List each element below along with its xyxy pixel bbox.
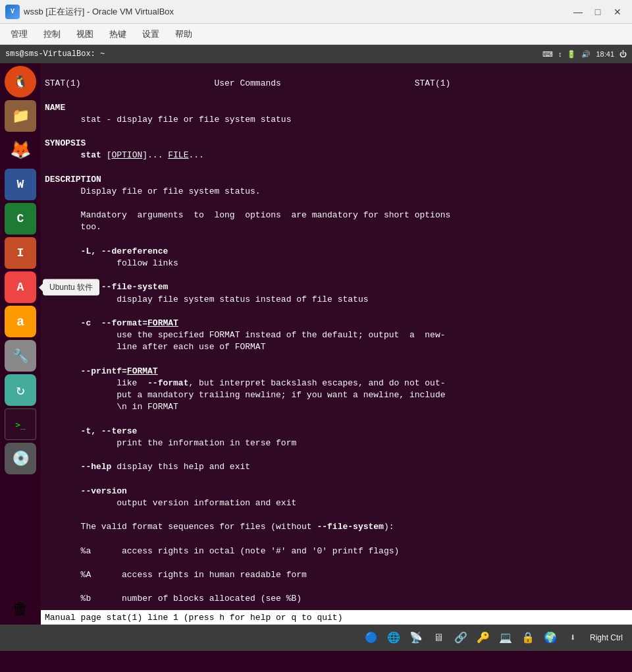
term-line-27: \n in FORMAT: [45, 402, 178, 412]
term-line-41: %A access rights in human readable form: [45, 570, 307, 580]
term-line-12: too.: [45, 222, 101, 232]
sidebar: 🐧 📁 🦊 W C I A Ubuntu 软件 a: [0, 63, 41, 625]
term-statusbar: Manual page stat(1) line 1 (press h for …: [41, 610, 632, 625]
menu-help[interactable]: 帮助: [167, 26, 200, 43]
close-button[interactable]: ✕: [608, 3, 627, 21]
term-topbar: sms@sms-VirtualBox: ~ ⌨ ↕ 🔋 🔊 18:41 ⏻: [0, 45, 632, 63]
sidebar-item-update[interactable]: ↻: [5, 374, 36, 406]
term-line-30: print the information in terse form: [45, 438, 296, 448]
main-area: 🐧 📁 🦊 W C I A Ubuntu 软件 a: [0, 63, 632, 625]
menu-control[interactable]: 控制: [36, 26, 68, 43]
term-line-24: --printf=FORMAT: [45, 366, 158, 376]
right-ctrl-label: Right Ctrl: [586, 632, 627, 644]
files-icon: 📁: [12, 107, 30, 125]
menu-view[interactable]: 视图: [68, 26, 101, 43]
term-line-26: put a mandatory trailing newline; if you…: [45, 390, 446, 400]
amazon-icon: a: [16, 314, 24, 329]
term-line-29: -t, --terse: [45, 426, 137, 436]
term-line-14: -L, --dereference: [45, 246, 168, 256]
menubar: 管理 控制 视图 热键 设置 帮助: [0, 24, 632, 45]
term-line-2: NAME: [45, 103, 65, 113]
sidebar-item-trash[interactable]: 🗑: [5, 593, 36, 625]
vbox-icon: V: [5, 5, 20, 19]
sidebar-item-tools[interactable]: 🔧: [5, 340, 36, 372]
term-line-9: Display file or file system status.: [45, 186, 261, 196]
tools-icon: 🔧: [13, 348, 29, 364]
battery-icon: 🔋: [567, 50, 576, 59]
sidebar-item-impress[interactable]: I: [5, 237, 36, 269]
term-line-25: like --format, but interpret backslash e…: [45, 378, 446, 388]
taskbar-icon-8[interactable]: 🌍: [541, 629, 560, 647]
menu-hotkey[interactable]: 热键: [101, 26, 134, 43]
ubuntu-sw-icon: A: [17, 281, 24, 294]
sidebar-item-firefox[interactable]: 🦊: [5, 134, 36, 166]
update-icon: ↻: [16, 381, 24, 399]
sidebar-item-terminal[interactable]: >_: [5, 408, 36, 440]
taskbar-icon-1[interactable]: 🌐: [384, 629, 403, 647]
taskbar-icon-3[interactable]: 🖥: [429, 629, 448, 647]
taskbar-icon-2[interactable]: 📡: [407, 629, 425, 647]
term-line-34: --version: [45, 486, 127, 496]
menu-settings[interactable]: 设置: [134, 26, 167, 43]
calc-icon: C: [17, 212, 24, 225]
maximize-button[interactable]: □: [589, 3, 607, 21]
firefox-icon: 🦊: [10, 140, 31, 161]
ubuntu-icon: 🐧: [13, 74, 28, 89]
term-line-15: follow links: [45, 258, 178, 268]
term-topbar-right: ⌨ ↕ 🔋 🔊 18:41 ⏻: [542, 50, 627, 59]
taskbar-icon-5[interactable]: 🔑: [474, 629, 492, 647]
sidebar-item-writer[interactable]: W: [5, 169, 36, 200]
term-line-20: -c --format=FORMAT: [45, 318, 178, 328]
sidebar-item-calc[interactable]: C: [5, 203, 36, 235]
term-line-22: line after each use of FORMAT: [45, 342, 265, 352]
term-line-8: DESCRIPTION: [45, 175, 101, 184]
minimize-button[interactable]: —: [569, 3, 587, 21]
menu-manage[interactable]: 管理: [3, 26, 36, 43]
term-line-0: STAT(1) User Commands STAT(1): [45, 78, 450, 88]
term-line-11: Mandatory arguments to long options are …: [45, 210, 450, 220]
term-line-18: display file system status instead of fi…: [45, 294, 368, 304]
term-line-3: stat - display file or file system statu…: [45, 115, 291, 125]
sidebar-item-ubuntu-sw[interactable]: A Ubuntu 软件: [5, 271, 36, 303]
taskbar-icon-7[interactable]: 🔒: [519, 629, 537, 647]
term-path: sms@sms-VirtualBox: ~: [5, 49, 105, 59]
taskbar-icon-6[interactable]: 💻: [496, 629, 515, 647]
terminal-wrapper: STAT(1) User Commands STAT(1) NAME stat …: [41, 63, 632, 625]
taskbar-icon-4[interactable]: 🔗: [452, 629, 470, 647]
sidebar-tooltip: Ubuntu 软件: [43, 279, 99, 296]
title-text: wssb [正在运行] - Oracle VM VirtualBox: [24, 6, 569, 18]
keyboard-icon: ⌨: [542, 50, 553, 59]
power-icon: ⏻: [619, 50, 627, 58]
writer-icon: W: [17, 178, 24, 191]
terminal-content[interactable]: STAT(1) User Commands STAT(1) NAME stat …: [41, 63, 632, 610]
term-line-6: stat [OPTION]... FILE...: [45, 150, 204, 160]
term-line-39: %a access rights in octal (note '#' and …: [45, 546, 399, 556]
sidebar-item-amazon[interactable]: a: [5, 306, 36, 337]
term-line-37: The valid format sequences for files (wi…: [45, 522, 394, 532]
time-display: 18:41: [596, 50, 614, 58]
statusbar-text: Manual page stat(1) line 1 (press h for …: [45, 613, 342, 623]
window-controls: — □ ✕: [569, 3, 627, 21]
term-line-43: %b number of blocks allocated (see %B): [45, 594, 302, 603]
network-icon: ↕: [558, 50, 562, 58]
disk-icon: 💿: [12, 450, 30, 468]
terminal-icon: >_: [15, 420, 26, 430]
volume-icon: 🔊: [581, 50, 591, 59]
sidebar-item-ubuntu[interactable]: 🐧: [5, 66, 36, 98]
impress-icon: I: [17, 246, 24, 260]
titlebar: V wssb [正在运行] - Oracle VM VirtualBox — □…: [0, 0, 632, 24]
trash-icon: 🗑: [13, 600, 28, 619]
taskbar: 🔵 🌐 📡 🖥 🔗 🔑 💻 🔒 🌍 ⬇ Right Ctrl: [0, 625, 632, 651]
term-line-32: --help display this help and exit: [45, 462, 250, 472]
term-line-5: SYNOPSIS: [45, 138, 86, 148]
term-line-35: output version information and exit: [45, 498, 296, 508]
taskbar-icon-9[interactable]: ⬇: [564, 629, 582, 647]
sidebar-item-disk[interactable]: 💿: [5, 443, 36, 474]
sidebar-item-files[interactable]: 📁: [5, 100, 36, 132]
taskbar-icon-0[interactable]: 🔵: [362, 629, 381, 647]
term-line-21: use the specified FORMAT instead of the …: [45, 330, 446, 340]
